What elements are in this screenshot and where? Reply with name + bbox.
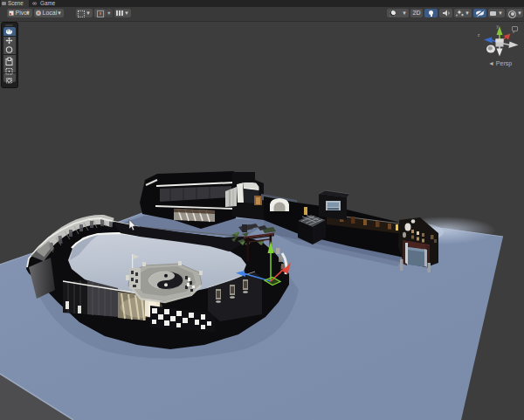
svg-text:z: z	[478, 33, 480, 38]
svg-text:◄ Persp: ◄ Persp	[488, 60, 512, 67]
svg-text:y: y	[497, 24, 500, 29]
